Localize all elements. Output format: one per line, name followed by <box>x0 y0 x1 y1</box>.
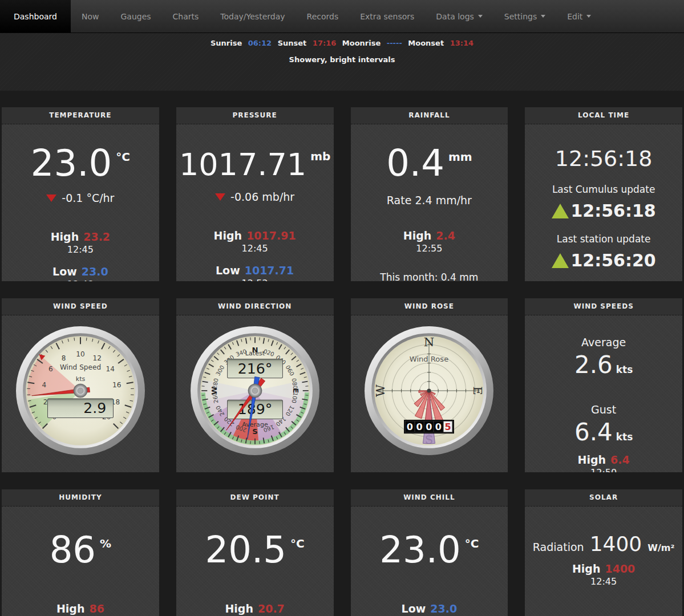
panel-wind-speeds-title: WIND SPEEDS <box>525 298 682 315</box>
nav-label: Now <box>82 12 99 21</box>
panel-local-time-title: LOCAL TIME <box>525 107 682 124</box>
rain-rate: Rate 2.4 mm/hr <box>351 194 508 206</box>
temperature-low: 23.0 <box>82 265 108 278</box>
sunrise-label: Sunrise <box>211 39 242 47</box>
high-label: High <box>572 562 601 575</box>
svg-text:W: W <box>210 386 218 395</box>
temperature-high: 23.2 <box>83 230 110 243</box>
humidity-value: 86 <box>50 529 96 571</box>
trend-down-icon <box>46 194 56 202</box>
nav-label: Edit <box>567 12 582 21</box>
chevron-down-icon <box>478 15 483 18</box>
radiation-high-time: 12:45 <box>525 576 682 587</box>
nav-label: Records <box>307 12 339 21</box>
wind-gust-value: 6.4 <box>574 418 613 446</box>
nav-label: Settings <box>504 12 537 21</box>
panel-wind-speed-title: WIND SPEED <box>2 298 159 315</box>
panel-dew-point-title: DEW POINT <box>176 489 334 506</box>
svg-text:Wind Rose: Wind Rose <box>410 355 449 363</box>
panel-wind-direction-title: WIND DIRECTION <box>176 298 334 315</box>
temperature-low-time: 12:48 <box>2 279 159 281</box>
nav-item-today-yesterday[interactable]: Today/Yesterday <box>209 0 296 33</box>
station-update-time: 12:56:20 <box>571 250 656 270</box>
pressure-low-time: 12:52 <box>176 278 334 281</box>
wind-gust-unit: kts <box>616 431 633 443</box>
low-label: Low <box>216 264 240 277</box>
pressure-low: 1017.71 <box>245 264 294 277</box>
update-up-icon <box>552 253 569 268</box>
dew-point-unit: °C <box>290 537 305 550</box>
svg-text:E: E <box>471 386 485 395</box>
cumulus-update-label: Last Cumulus update <box>525 184 682 195</box>
panel-pressure-title: PRESSURE <box>176 107 334 124</box>
panel-wind-direction: WIND DIRECTION 0200400600801001201401602… <box>176 298 334 472</box>
average-label: Average <box>525 336 682 348</box>
svg-text:N: N <box>424 335 435 349</box>
nav-item-records[interactable]: Records <box>296 0 350 33</box>
high-label: High <box>578 453 606 466</box>
svg-text:Wind Speed: Wind Speed <box>60 363 101 371</box>
panel-solar: SOLAR Radiation 1400 W/m² High1400 12:45… <box>525 489 682 616</box>
low-label: Low <box>52 265 77 278</box>
radiation-value: 1400 <box>590 534 642 554</box>
panel-rainfall: RAINFALL 0.4mm Rate 2.4 mm/hr High2.4 12… <box>351 107 508 281</box>
wind-speed-gauge: 02468101214161820Wind Speedkts2.9 <box>14 325 147 457</box>
header-block: Sunrise 06:12 Sunset 17:16 Moonrise ----… <box>0 33 684 91</box>
svg-text:14: 14 <box>106 365 115 373</box>
nav-label: Extra sensors <box>360 12 414 21</box>
nav-label: Charts <box>173 12 199 21</box>
svg-text:0: 0 <box>426 422 432 432</box>
svg-text:0: 0 <box>416 422 423 432</box>
sunset-time: 17:16 <box>313 39 336 47</box>
nav-label: Data logs <box>436 12 474 21</box>
panel-wind-chill: WIND CHILL 23.0°C Low23.0 12:48 <box>351 489 508 616</box>
radiation-label: Radiation <box>533 541 584 553</box>
low-label: Low <box>402 602 426 615</box>
svg-text:0: 0 <box>435 422 442 432</box>
nav-label: Dashboard <box>14 12 57 21</box>
high-label: High <box>51 230 79 243</box>
radiation-unit: W/m² <box>647 542 674 553</box>
svg-text:16: 16 <box>112 381 121 389</box>
nav-item-edit[interactable]: Edit <box>556 0 602 33</box>
nav-item-gauges[interactable]: Gauges <box>110 0 161 33</box>
dew-point-high: 20.7 <box>258 602 285 615</box>
humidity-high: 86 <box>89 602 104 615</box>
nav-item-settings[interactable]: Settings <box>493 0 556 33</box>
temperature-trend: -0.1 °C/hr <box>62 192 114 204</box>
svg-text:189°: 189° <box>237 401 272 418</box>
wind-average-unit: kts <box>616 364 633 375</box>
wind-chill-unit: °C <box>465 537 479 550</box>
svg-text:Latest: Latest <box>245 350 265 357</box>
nav-item-now[interactable]: Now <box>71 0 110 33</box>
svg-text:2: 2 <box>43 398 48 406</box>
moonrise-time: ----- <box>387 39 402 47</box>
svg-text:S: S <box>252 427 257 436</box>
wind-high: 6.4 <box>610 453 630 466</box>
panel-temperature: TEMPERATURE 23.0°C -0.1 °C/hr High23.2 1… <box>2 107 159 281</box>
nav-item-charts[interactable]: Charts <box>162 0 210 33</box>
high-label: High <box>56 602 85 615</box>
wind-direction-gauge: 0200400600801001201401602002202402602803… <box>189 325 321 457</box>
nav-item-extra-sensors[interactable]: Extra sensors <box>349 0 425 33</box>
svg-text:216°: 216° <box>237 360 272 377</box>
temperature-value: 23.0 <box>31 142 112 184</box>
wind-rose-gauge: NESWWind Rose00005 <box>363 325 495 457</box>
forecast-text: Showery, bright intervals <box>0 55 684 64</box>
wind-high-time: 12:50 <box>525 467 682 472</box>
panel-wind-rose-title: WIND ROSE <box>351 298 508 315</box>
nav-item-dashboard[interactable]: Dashboard <box>0 0 71 33</box>
high-label: High <box>403 229 432 242</box>
sunset-label: Sunset <box>278 39 307 47</box>
top-navbar: Dashboard Now Gauges Charts Today/Yester… <box>0 0 684 33</box>
svg-text:W: W <box>373 384 387 397</box>
rainfall-value: 0.4 <box>386 142 444 184</box>
svg-text:4: 4 <box>42 381 46 389</box>
nav-label: Today/Yesterday <box>220 12 285 21</box>
sunrise-time: 06:12 <box>248 39 272 47</box>
rain-month-total: This month: 0.4 mm <box>351 271 508 281</box>
cumulus-update-time: 12:56:18 <box>571 201 656 221</box>
nav-item-data-logs[interactable]: Data logs <box>425 0 493 33</box>
rainfall-high: 2.4 <box>436 229 455 242</box>
chevron-down-icon <box>541 15 545 18</box>
